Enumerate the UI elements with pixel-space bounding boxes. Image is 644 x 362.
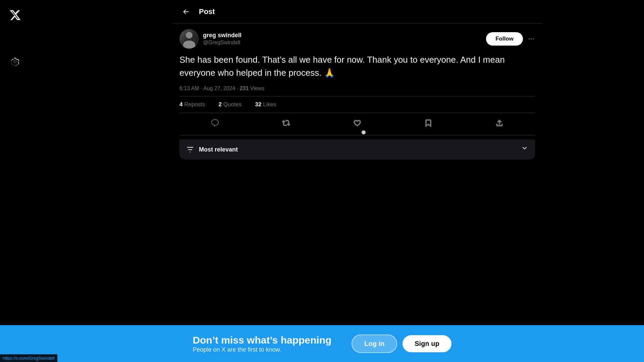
replies-filter-label: Most relevant bbox=[199, 146, 238, 153]
status-bar-link: https://x.com/GregSwindell bbox=[0, 354, 57, 362]
likes-stat[interactable]: 32 Likes bbox=[255, 101, 276, 108]
share-button[interactable] bbox=[492, 116, 507, 130]
bookmark-button[interactable] bbox=[421, 116, 436, 130]
likes-count: 32 bbox=[255, 101, 262, 108]
tweet-views-label: Views bbox=[250, 85, 264, 91]
avatar[interactable] bbox=[179, 29, 199, 49]
post-header: Post bbox=[173, 0, 542, 24]
signup-banner: Don’t miss what’s happening People on X … bbox=[0, 325, 644, 362]
reposts-count: 4 bbox=[179, 101, 182, 108]
chevron-down-icon bbox=[521, 145, 528, 154]
main-content: Post greg swindell @GregSwindell Follow bbox=[70, 0, 644, 362]
more-options-button[interactable] bbox=[528, 35, 535, 43]
sidebar bbox=[0, 0, 70, 362]
back-button[interactable] bbox=[179, 5, 192, 18]
filter-left: Most relevant bbox=[186, 145, 238, 154]
tweet-card: greg swindell @GregSwindell Follow bbox=[173, 24, 542, 165]
actions-row bbox=[179, 113, 535, 135]
reposts-stat[interactable]: 4 Reposts bbox=[179, 101, 205, 108]
page-title: Post bbox=[199, 7, 215, 16]
like-button[interactable] bbox=[350, 116, 365, 130]
author-names: greg swindell @GregSwindell bbox=[203, 32, 241, 46]
log-in-button[interactable]: Log in bbox=[352, 335, 397, 353]
retweet-button[interactable] bbox=[279, 116, 293, 130]
handle: @GregSwindell bbox=[203, 39, 241, 46]
tweet-timestamp: 6:13 AM · Aug 27, 2024 bbox=[179, 85, 235, 91]
author-info: greg swindell @GregSwindell bbox=[179, 29, 241, 49]
follow-button[interactable]: Follow bbox=[486, 32, 523, 46]
stats-row: 4 Reposts 2 Quotes 32 Likes bbox=[179, 97, 535, 113]
reply-button[interactable] bbox=[208, 116, 222, 130]
tweet-text: She has been found. That’s all we have f… bbox=[179, 53, 535, 79]
display-name: greg swindell bbox=[203, 32, 241, 39]
tweet-meta-separator: · bbox=[237, 85, 240, 91]
quotes-label: Quotes bbox=[223, 101, 242, 108]
quotes-count: 2 bbox=[219, 101, 222, 108]
quotes-stat[interactable]: 2 Quotes bbox=[219, 101, 242, 108]
banner-text: Don’t miss what’s happening People on X … bbox=[193, 334, 331, 353]
banner-headline: Don’t miss what’s happening bbox=[193, 334, 331, 346]
post-container: Post greg swindell @GregSwindell Follow bbox=[173, 0, 542, 325]
tweet-meta: 6:13 AM · Aug 27, 2024 · 231 Views bbox=[179, 85, 535, 92]
settings-icon[interactable] bbox=[7, 53, 23, 70]
svg-point-2 bbox=[533, 38, 534, 40]
author-actions: Follow bbox=[486, 32, 535, 46]
tweet-views-count: 231 bbox=[240, 85, 249, 91]
svg-point-0 bbox=[529, 38, 530, 40]
reposts-label: Reposts bbox=[184, 101, 205, 108]
author-row: greg swindell @GregSwindell Follow bbox=[179, 29, 535, 49]
filter-icon bbox=[186, 145, 194, 154]
replies-filter-bar[interactable]: Most relevant bbox=[179, 139, 535, 160]
likes-label: Likes bbox=[263, 101, 276, 108]
sign-up-button[interactable]: Sign up bbox=[402, 335, 451, 352]
x-logo[interactable] bbox=[7, 7, 23, 23]
banner-actions: Log in Sign up bbox=[352, 335, 451, 353]
svg-point-1 bbox=[531, 38, 532, 40]
banner-subtext: People on X are the first to know. bbox=[193, 346, 331, 353]
